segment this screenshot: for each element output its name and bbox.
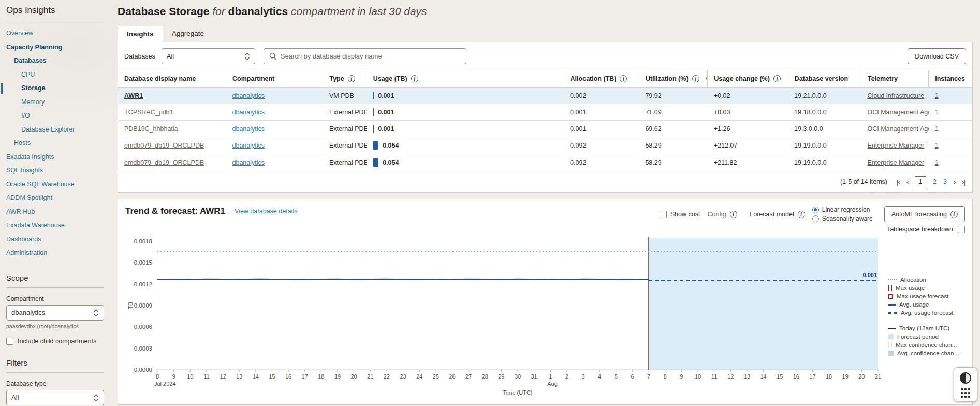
info-icon[interactable]: i — [773, 75, 781, 82]
automl-forecasting-button[interactable]: AutoML forecasting i — [884, 206, 965, 222]
sidebar-item-capacity-planning[interactable]: Capacity Planning — [0, 40, 110, 54]
instances-link[interactable]: 1 — [935, 142, 939, 149]
legend-item-avg-usage-forecast[interactable]: Avg. usage forecast — [888, 309, 964, 317]
telemetry-link[interactable]: Enterprise Manager — [867, 142, 924, 149]
chart-toolbar-widget[interactable] — [954, 367, 977, 402]
pagination-page-2[interactable]: 2 — [933, 178, 937, 185]
compartment-link[interactable]: dbanalytics — [232, 159, 265, 166]
legend-item-max-confidence-chan[interactable]: Max confidence chan... — [888, 341, 964, 349]
automl-info-icon[interactable]: i — [950, 211, 958, 218]
sidebar-item-i-o[interactable]: I/O — [0, 109, 110, 123]
config-label[interactable]: Config — [707, 211, 726, 218]
pagination-prev-icon[interactable]: ‹ — [906, 178, 908, 186]
instances-link[interactable]: 1 — [935, 125, 939, 133]
pagination-next-icon[interactable]: › — [954, 178, 955, 186]
sidebar-item-databases[interactable]: Databases — [0, 54, 110, 68]
legend-item-avg-usage[interactable]: Avg. usage — [888, 300, 964, 309]
radio-linear-regression[interactable]: Linear regression — [812, 206, 873, 213]
database-name-link[interactable]: TCPSRAC_pdb1 — [124, 109, 173, 116]
legend-item-max-usage[interactable]: Max usage — [888, 284, 964, 292]
sidebar-item-database-explorer[interactable]: Database Explorer — [0, 123, 110, 137]
column-header-compartment[interactable]: Compartment — [226, 70, 323, 88]
sidebar-item-exadata-warehouse[interactable]: Exadata Warehouse — [0, 219, 110, 233]
select-stepper-icon — [93, 309, 99, 316]
instances-link[interactable]: 1 — [935, 159, 939, 166]
sidebar-item-dashboards[interactable]: Dashboards — [0, 233, 110, 247]
cell-compartment: dbanalytics — [226, 121, 323, 137]
compartment-link[interactable]: dbanalytics — [232, 109, 265, 116]
telemetry-link[interactable]: OCI Management Agent — [867, 109, 928, 116]
sidebar-item-exadata-insights[interactable]: Exadata Insights — [0, 150, 110, 164]
info-icon[interactable]: i — [348, 75, 355, 82]
sidebar-item-hosts[interactable]: Hosts — [0, 136, 110, 150]
show-cost-checkbox[interactable] — [660, 211, 667, 218]
legend-item-today-12am-utc[interactable]: Today (12am UTC) — [888, 324, 964, 332]
pagination-first-icon[interactable]: |‹ — [897, 178, 900, 186]
database-type-select[interactable]: All — [6, 390, 104, 405]
sidebar-item-addm-spotlight[interactable]: ADDM Spotlight — [0, 191, 110, 205]
column-header-allocation-tb[interactable]: Allocation (TB)i — [564, 70, 639, 88]
radio-seasonality-aware-icon[interactable] — [812, 215, 819, 222]
instances-link[interactable]: 1 — [935, 109, 939, 116]
sidebar-item-memory[interactable]: Memory — [0, 95, 110, 109]
sidebar-item-overview[interactable]: Overview — [0, 26, 110, 40]
config-info-icon[interactable]: i — [730, 211, 737, 218]
info-icon[interactable]: i — [692, 75, 699, 82]
sidebar-item-administration[interactable]: Administration — [0, 246, 110, 260]
tab-aggregate[interactable]: Aggregate — [163, 26, 213, 42]
radio-linear-regression-icon[interactable] — [812, 207, 819, 213]
column-header-instances[interactable]: Instances — [929, 70, 972, 88]
tab-insights[interactable]: Insights — [118, 26, 163, 42]
database-name-link[interactable]: emdb079_db19_ORCLPDB — [124, 142, 204, 149]
info-icon[interactable]: i — [411, 75, 418, 82]
database-name-link[interactable]: PDB19C_hhbhatia — [124, 125, 178, 133]
column-header-type[interactable]: Typei — [323, 70, 367, 88]
sidebar-item-storage[interactable]: Storage — [0, 81, 110, 95]
column-header-usage-change[interactable]: Usage change (%)i — [708, 70, 788, 88]
info-icon[interactable]: i — [620, 75, 627, 82]
tablespace-breakdown-checkbox[interactable] — [958, 226, 965, 233]
compartment-select[interactable]: dbanalytics — [6, 305, 104, 321]
legend-swatch — [888, 328, 896, 329]
database-search-input[interactable] — [281, 52, 461, 60]
telemetry-link[interactable]: Enterprise Manager — [867, 159, 924, 166]
radio-linear-regression-label: Linear regression — [822, 206, 870, 213]
compartment-link[interactable]: dbanalytics — [232, 125, 265, 133]
column-header-utilization[interactable]: Utilization (%)i▼ — [639, 70, 707, 88]
column-header-usage-tb[interactable]: Usage (TB)i — [367, 70, 564, 88]
table-row: PDB19C_hhbhatiadbanalyticsExternal PDB0.… — [118, 121, 972, 137]
trend-chart-svg: 0.00000.00030.00060.00090.00120.00150.00… — [125, 234, 886, 396]
instances-link[interactable]: 1 — [935, 92, 939, 99]
database-name-link[interactable]: emdb079_db19_ORCLPDB — [124, 159, 204, 166]
legend-item-avg-confidence-chan[interactable]: Avg. confidence chan... — [888, 349, 964, 357]
legend-item-max-usage-forecast[interactable]: Max usage forecast — [888, 292, 964, 300]
pagination-page-1[interactable]: 1 — [915, 176, 926, 187]
sidebar-item-sql-insights[interactable]: SQL Insights — [0, 164, 110, 178]
radio-seasonality-aware[interactable]: Seasonality aware — [812, 215, 873, 222]
legend-item-forecast-period[interactable]: Forecast period — [888, 332, 964, 341]
x-month-label: Aug — [547, 381, 558, 387]
y-tick-label: 0.0012 — [134, 281, 152, 287]
column-header-telemetry[interactable]: Telemetry — [861, 70, 928, 88]
databases-select[interactable]: All — [162, 48, 255, 64]
telemetry-link[interactable]: Cloud Infrastructure — [867, 92, 924, 99]
telemetry-link[interactable]: OCI Management Agent — [867, 125, 928, 133]
download-csv-button[interactable]: Download CSV — [908, 48, 966, 64]
sidebar-item-awr-hub[interactable]: AWR Hub — [0, 205, 110, 219]
sidebar-item-oracle-sql-warehouse[interactable]: Oracle SQL Warehouse — [0, 178, 110, 192]
compartment-link[interactable]: dbanalytics — [232, 92, 265, 99]
pagination-page-3[interactable]: 3 — [943, 178, 947, 185]
legend-item-allocation[interactable]: Allocation — [888, 276, 964, 284]
column-header-database-version[interactable]: Database version — [788, 70, 861, 88]
sort-desc-icon[interactable]: ▼ — [705, 76, 708, 81]
view-database-details-link[interactable]: View database details — [235, 208, 297, 215]
forecast-model-info-icon[interactable]: i — [798, 211, 805, 218]
column-header-database-display-name[interactable]: Database display name — [118, 70, 226, 88]
cell-telemetry: Enterprise Manager — [861, 154, 928, 171]
include-child-checkbox[interactable] — [6, 338, 13, 345]
sidebar-item-cpu[interactable]: CPU — [0, 68, 110, 82]
compartment-link[interactable]: dbanalytics — [232, 142, 265, 149]
x-tick-label: 20 — [858, 373, 865, 380]
database-name-link[interactable]: AWR1 — [124, 92, 143, 99]
pagination-last-icon[interactable]: ›| — [962, 178, 965, 186]
